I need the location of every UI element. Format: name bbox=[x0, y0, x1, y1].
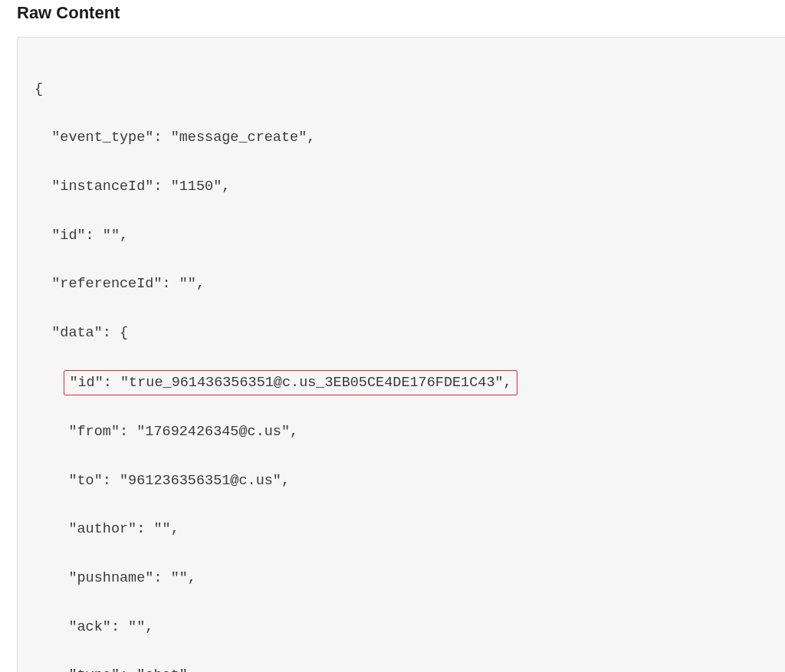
code-line: { bbox=[34, 77, 773, 102]
code-line: "type": "chat", bbox=[34, 664, 773, 672]
code-line: "id": "", bbox=[34, 224, 773, 248]
code-line: "ack": "", bbox=[34, 615, 773, 640]
code-line: "pushname": "", bbox=[34, 566, 773, 591]
code-line-highlighted: "id": "true_961436356351@c.us_3EB05CE4DE… bbox=[34, 370, 773, 396]
code-line: "instanceId": "1150", bbox=[34, 175, 773, 199]
code-line: "event_type": "message_create", bbox=[34, 126, 773, 150]
code-line: "to": "961236356351@c.us", bbox=[34, 469, 773, 493]
code-line: "referenceId": "", bbox=[34, 272, 773, 297]
highlight-box: "id": "true_961436356351@c.us_3EB05CE4DE… bbox=[64, 370, 517, 396]
code-line: "from": "17692426345@c.us", bbox=[34, 420, 773, 444]
code-line: "data": { bbox=[34, 321, 773, 346]
section-title: Raw Content bbox=[17, 3, 785, 23]
raw-content-code-block: { "event_type": "message_create", "insta… bbox=[17, 37, 785, 672]
code-line: "author": "", bbox=[34, 517, 773, 542]
